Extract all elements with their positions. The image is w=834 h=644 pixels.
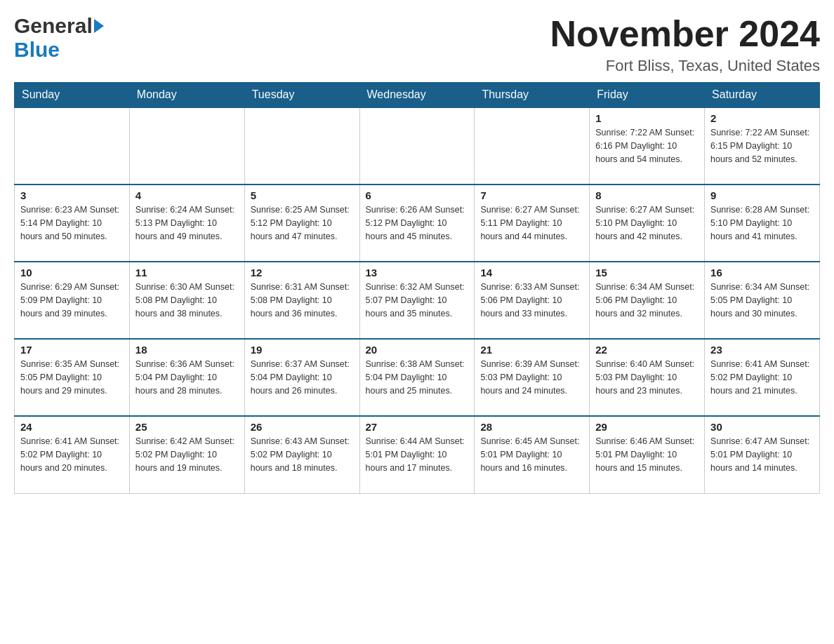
- week-row-5: 24Sunrise: 6:41 AM Sunset: 5:02 PM Dayli…: [15, 416, 820, 493]
- day-info: Sunrise: 6:39 AM Sunset: 5:03 PM Dayligh…: [480, 358, 583, 397]
- weekday-header-wednesday: Wednesday: [359, 83, 475, 108]
- logo-arrow-icon: [94, 19, 104, 33]
- day-info: Sunrise: 6:29 AM Sunset: 5:09 PM Dayligh…: [20, 281, 124, 320]
- calendar-cell: 14Sunrise: 6:33 AM Sunset: 5:06 PM Dayli…: [475, 262, 590, 339]
- calendar-table: SundayMondayTuesdayWednesdayThursdayFrid…: [14, 82, 820, 494]
- weekday-header-row: SundayMondayTuesdayWednesdayThursdayFrid…: [15, 83, 820, 108]
- day-number: 3: [20, 189, 124, 201]
- calendar-cell: 8Sunrise: 6:27 AM Sunset: 5:10 PM Daylig…: [590, 185, 705, 262]
- weekday-header-sunday: Sunday: [15, 83, 130, 108]
- month-title: November 2024: [550, 14, 820, 54]
- week-row-4: 17Sunrise: 6:35 AM Sunset: 5:05 PM Dayli…: [15, 339, 820, 416]
- logo-blue-text: Blue: [14, 38, 60, 62]
- day-number: 16: [710, 267, 814, 279]
- day-number: 24: [20, 421, 124, 433]
- day-number: 25: [135, 421, 239, 433]
- logo-general-text: General: [14, 14, 93, 38]
- day-info: Sunrise: 6:32 AM Sunset: 5:07 PM Dayligh…: [366, 281, 469, 320]
- day-number: 30: [710, 421, 814, 433]
- day-number: 26: [251, 421, 354, 433]
- day-number: 17: [20, 344, 124, 356]
- calendar-cell: 15Sunrise: 6:34 AM Sunset: 5:06 PM Dayli…: [590, 262, 705, 339]
- day-info: Sunrise: 6:41 AM Sunset: 5:02 PM Dayligh…: [20, 435, 124, 474]
- day-number: 23: [710, 344, 814, 356]
- calendar-cell: 18Sunrise: 6:36 AM Sunset: 5:04 PM Dayli…: [129, 339, 244, 416]
- day-info: Sunrise: 6:26 AM Sunset: 5:12 PM Dayligh…: [366, 203, 469, 243]
- day-info: Sunrise: 6:25 AM Sunset: 5:12 PM Dayligh…: [251, 203, 354, 243]
- day-info: Sunrise: 6:38 AM Sunset: 5:04 PM Dayligh…: [366, 358, 469, 397]
- day-info: Sunrise: 6:37 AM Sunset: 5:04 PM Dayligh…: [251, 358, 354, 397]
- day-number: 5: [251, 189, 354, 201]
- day-info: Sunrise: 6:27 AM Sunset: 5:11 PM Dayligh…: [480, 203, 583, 243]
- week-row-2: 3Sunrise: 6:23 AM Sunset: 5:14 PM Daylig…: [15, 185, 820, 262]
- day-number: 9: [710, 189, 814, 201]
- day-info: Sunrise: 6:23 AM Sunset: 5:14 PM Dayligh…: [20, 203, 124, 243]
- calendar-cell: 21Sunrise: 6:39 AM Sunset: 5:03 PM Dayli…: [475, 339, 590, 416]
- day-info: Sunrise: 6:34 AM Sunset: 5:05 PM Dayligh…: [710, 281, 814, 320]
- calendar-cell: 11Sunrise: 6:30 AM Sunset: 5:08 PM Dayli…: [129, 262, 244, 339]
- day-number: 18: [135, 344, 239, 356]
- calendar-cell: 2Sunrise: 7:22 AM Sunset: 6:15 PM Daylig…: [705, 107, 820, 185]
- day-info: Sunrise: 6:43 AM Sunset: 5:02 PM Dayligh…: [251, 435, 354, 474]
- calendar-cell: 1Sunrise: 7:22 AM Sunset: 6:16 PM Daylig…: [590, 107, 705, 185]
- day-number: 12: [251, 267, 354, 279]
- day-number: 6: [366, 189, 469, 201]
- day-number: 7: [480, 189, 583, 201]
- calendar-cell: 3Sunrise: 6:23 AM Sunset: 5:14 PM Daylig…: [15, 185, 130, 262]
- day-number: 21: [480, 344, 583, 356]
- calendar-cell: 30Sunrise: 6:47 AM Sunset: 5:01 PM Dayli…: [705, 416, 820, 493]
- calendar-cell: [475, 107, 590, 185]
- calendar-cell: 13Sunrise: 6:32 AM Sunset: 5:07 PM Dayli…: [359, 262, 475, 339]
- calendar-cell: 4Sunrise: 6:24 AM Sunset: 5:13 PM Daylig…: [129, 185, 244, 262]
- day-number: 2: [710, 112, 814, 124]
- calendar-cell: 10Sunrise: 6:29 AM Sunset: 5:09 PM Dayli…: [15, 262, 130, 339]
- day-info: Sunrise: 6:36 AM Sunset: 5:04 PM Dayligh…: [135, 358, 239, 397]
- day-number: 14: [480, 267, 583, 279]
- calendar-cell: 19Sunrise: 6:37 AM Sunset: 5:04 PM Dayli…: [244, 339, 359, 416]
- day-number: 4: [135, 189, 239, 201]
- day-info: Sunrise: 6:31 AM Sunset: 5:08 PM Dayligh…: [251, 281, 354, 320]
- day-number: 27: [366, 421, 469, 433]
- day-info: Sunrise: 6:44 AM Sunset: 5:01 PM Dayligh…: [366, 435, 469, 474]
- day-number: 20: [366, 344, 469, 356]
- calendar-cell: 23Sunrise: 6:41 AM Sunset: 5:02 PM Dayli…: [705, 339, 820, 416]
- week-row-1: 1Sunrise: 7:22 AM Sunset: 6:16 PM Daylig…: [15, 107, 820, 185]
- day-number: 11: [135, 267, 239, 279]
- day-number: 10: [20, 267, 124, 279]
- calendar-cell: 7Sunrise: 6:27 AM Sunset: 5:11 PM Daylig…: [475, 185, 590, 262]
- day-info: Sunrise: 6:41 AM Sunset: 5:02 PM Dayligh…: [710, 358, 814, 397]
- calendar-cell: [129, 107, 244, 185]
- weekday-header-tuesday: Tuesday: [244, 83, 359, 108]
- location-title: Fort Bliss, Texas, United States: [550, 57, 820, 75]
- weekday-header-thursday: Thursday: [475, 83, 590, 108]
- day-info: Sunrise: 6:42 AM Sunset: 5:02 PM Dayligh…: [135, 435, 239, 474]
- calendar-cell: 25Sunrise: 6:42 AM Sunset: 5:02 PM Dayli…: [129, 416, 244, 493]
- week-row-3: 10Sunrise: 6:29 AM Sunset: 5:09 PM Dayli…: [15, 262, 820, 339]
- day-info: Sunrise: 6:27 AM Sunset: 5:10 PM Dayligh…: [595, 203, 699, 243]
- day-number: 8: [595, 189, 699, 201]
- calendar-cell: 29Sunrise: 6:46 AM Sunset: 5:01 PM Dayli…: [590, 416, 705, 493]
- calendar-cell: 27Sunrise: 6:44 AM Sunset: 5:01 PM Dayli…: [359, 416, 475, 493]
- day-number: 1: [595, 112, 699, 124]
- day-info: Sunrise: 6:46 AM Sunset: 5:01 PM Dayligh…: [595, 435, 699, 474]
- day-info: Sunrise: 6:40 AM Sunset: 5:03 PM Dayligh…: [595, 358, 699, 397]
- day-info: Sunrise: 7:22 AM Sunset: 6:16 PM Dayligh…: [595, 126, 699, 166]
- calendar-cell: 20Sunrise: 6:38 AM Sunset: 5:04 PM Dayli…: [359, 339, 475, 416]
- day-number: 15: [595, 267, 699, 279]
- day-number: 22: [595, 344, 699, 356]
- calendar-cell: 6Sunrise: 6:26 AM Sunset: 5:12 PM Daylig…: [359, 185, 475, 262]
- calendar-cell: [15, 107, 130, 185]
- weekday-header-monday: Monday: [129, 83, 244, 108]
- day-number: 13: [366, 267, 469, 279]
- day-number: 29: [595, 421, 699, 433]
- day-info: Sunrise: 6:24 AM Sunset: 5:13 PM Dayligh…: [135, 203, 239, 243]
- day-info: Sunrise: 6:47 AM Sunset: 5:01 PM Dayligh…: [710, 435, 814, 474]
- calendar-cell: 26Sunrise: 6:43 AM Sunset: 5:02 PM Dayli…: [244, 416, 359, 493]
- calendar-cell: 28Sunrise: 6:45 AM Sunset: 5:01 PM Dayli…: [475, 416, 590, 493]
- day-number: 28: [480, 421, 583, 433]
- title-block: November 2024 Fort Bliss, Texas, United …: [550, 14, 820, 75]
- day-number: 19: [251, 344, 354, 356]
- calendar-cell: 22Sunrise: 6:40 AM Sunset: 5:03 PM Dayli…: [590, 339, 705, 416]
- day-info: Sunrise: 6:34 AM Sunset: 5:06 PM Dayligh…: [595, 281, 699, 320]
- logo: General Blue: [14, 14, 104, 62]
